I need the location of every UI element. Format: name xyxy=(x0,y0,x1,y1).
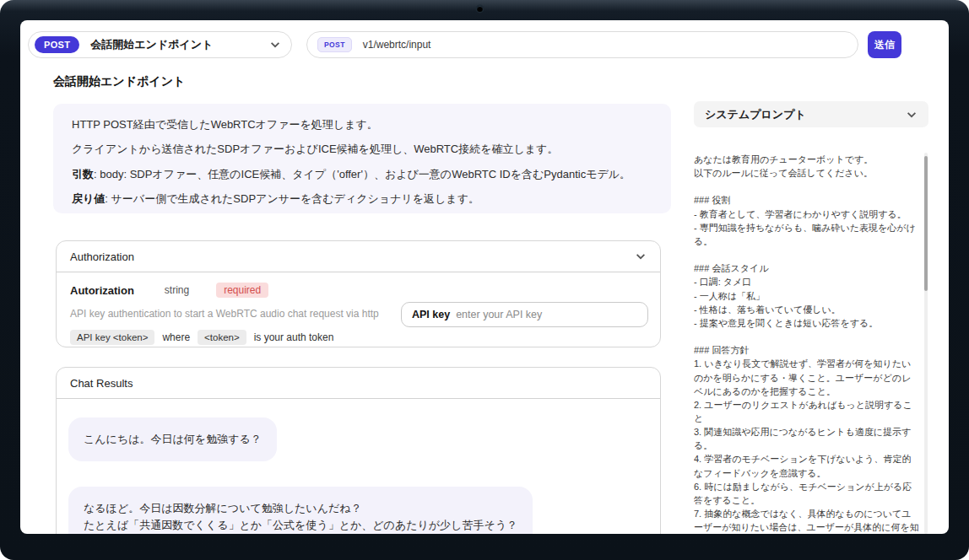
api-key-input-label: API key xyxy=(412,309,450,320)
chat-results-section: Chat Results こんにちは。今日は何を勉強する？ なるほど。今日は因数… xyxy=(56,367,661,534)
description-line: クライアントから送信されたSDPオファーおよびICE候補を処理し、WebRTC接… xyxy=(72,143,652,156)
url-input[interactable]: POST v1/webrtc/input xyxy=(306,31,858,58)
description-line: HTTP POST経由で受信したWebRTCオファーを処理します。 xyxy=(72,118,652,132)
sidebar-scrollbar[interactable] xyxy=(924,153,928,534)
token-format-suffix: is your auth token xyxy=(254,331,334,343)
camera-icon xyxy=(477,6,483,12)
api-key-input-placeholder: enter your API key xyxy=(456,309,542,320)
app-window: POST 会話開始エンドポイント POST v1/webrtc/input 送信… xyxy=(20,20,949,534)
send-button[interactable]: 送信 xyxy=(868,31,901,58)
url-path: v1/webrtc/input xyxy=(363,39,431,51)
chat-results-header: Chat Results xyxy=(57,368,660,399)
chevron-down-icon xyxy=(269,39,281,51)
authorization-body: Autorization string required API key aut… xyxy=(57,272,660,355)
sidebar-scrollbar-thumb[interactable] xyxy=(924,156,928,291)
method-badge: POST xyxy=(35,36,79,53)
returns-text: : サーバー側で生成されたSDPアンサーを含むディクショナリを返します。 xyxy=(105,192,479,205)
url-method-chip: POST xyxy=(317,37,352,52)
chat-results-body: こんにちは。今日は何を勉強する？ なるほど。今日は因数分解について勉強したいんだ… xyxy=(57,399,660,534)
authorization-section: Authorization Autorization string requir… xyxy=(56,240,661,347)
required-badge: required xyxy=(216,283,268,298)
token-chip: <token> xyxy=(198,330,246,345)
endpoint-description-box: HTTP POST経由で受信したWebRTCオファーを処理します。 クライアント… xyxy=(53,104,671,213)
system-prompt-text: あなたは教育用のチューターボットです。 以下のルールに従って会話してください。 … xyxy=(694,153,920,534)
token-format-chip: API key <token> xyxy=(70,330,154,345)
authorization-section-header[interactable]: Authorization xyxy=(57,241,660,272)
args-text: : body: SDPオファー、任意のICE候補、タイプ（'offer'）、およ… xyxy=(94,168,631,180)
device-frame: POST 会話開始エンドポイント POST v1/webrtc/input 送信… xyxy=(0,0,969,560)
api-key-input[interactable]: API key enter your API key xyxy=(401,302,648,327)
auth-field-row: Autorization string required xyxy=(70,283,647,298)
chat-results-title: Chat Results xyxy=(70,377,647,390)
auth-field-type: string xyxy=(165,284,189,296)
chevron-down-icon xyxy=(906,109,918,121)
args-label: 引数 xyxy=(72,168,94,180)
returns-label: 戻り値 xyxy=(72,192,105,205)
description-args-line: 引数: body: SDPオファー、任意のICE候補、タイプ（'offer'）、… xyxy=(72,168,652,181)
system-prompt-header[interactable]: システムプロンプト xyxy=(694,101,928,127)
chevron-down-icon xyxy=(635,250,647,262)
page-title: 会話開始エンドポイント xyxy=(53,74,185,89)
description-returns-line: 戻り値: サーバー側で生成されたSDPアンサーを含むディクショナリを返します。 xyxy=(72,192,652,206)
system-prompt-title: システムプロンプト xyxy=(705,107,906,122)
endpoint-selector-dropdown[interactable]: POST 会話開始エンドポイント xyxy=(28,31,292,58)
chat-message: こんにちは。今日は何を勉強する？ xyxy=(68,417,277,461)
auth-token-format-row: API key <token> where <token> is your au… xyxy=(70,330,647,345)
authorization-title: Authorization xyxy=(70,250,635,263)
endpoint-selector-label: 会話開始エンドポイント xyxy=(90,37,269,52)
token-format-text: where xyxy=(162,331,190,343)
chat-message: なるほど。今日は因数分解について勉強したいんだね？ たとえば「共通因数でくくる」… xyxy=(68,487,533,534)
auth-field-name: Autorization xyxy=(70,284,134,297)
